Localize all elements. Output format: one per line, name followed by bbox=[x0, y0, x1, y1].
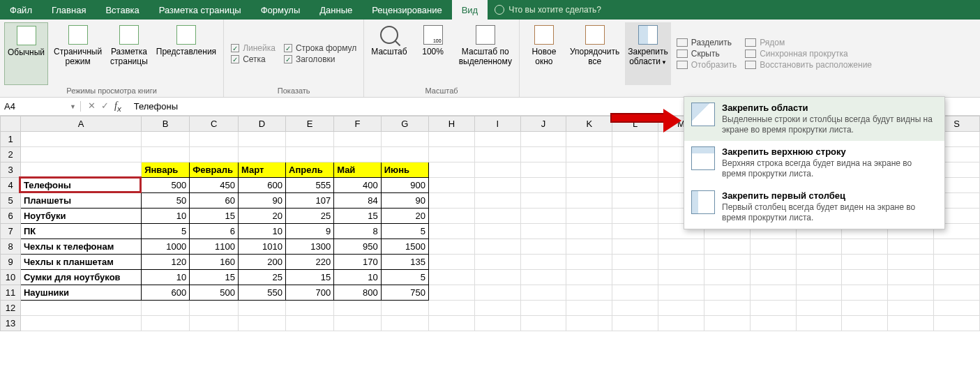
fx-icon[interactable]: fx bbox=[114, 100, 121, 113]
cell[interactable] bbox=[658, 301, 704, 316]
cell[interactable] bbox=[750, 285, 796, 301]
cell[interactable] bbox=[474, 193, 520, 209]
cell[interactable]: Наушники bbox=[20, 285, 141, 301]
column-header[interactable]: E bbox=[286, 116, 334, 132]
cell[interactable] bbox=[934, 270, 980, 285]
cell[interactable] bbox=[566, 285, 612, 301]
cell[interactable] bbox=[381, 301, 428, 316]
cell[interactable] bbox=[842, 239, 888, 255]
cell[interactable] bbox=[658, 255, 704, 270]
view-custom-button[interactable]: Представления bbox=[153, 22, 219, 85]
cell[interactable] bbox=[796, 255, 842, 270]
cell[interactable] bbox=[520, 162, 566, 178]
cell[interactable]: 25 bbox=[239, 270, 286, 285]
tell-me-search[interactable]: Что вы хотите сделать? bbox=[488, 0, 608, 20]
cell[interactable]: 15 bbox=[286, 270, 334, 285]
zoom-100-button[interactable]: 100100% bbox=[413, 22, 453, 85]
cell[interactable] bbox=[658, 239, 704, 255]
cell[interactable] bbox=[566, 270, 612, 285]
cell[interactable] bbox=[750, 270, 796, 285]
cell[interactable]: 500 bbox=[142, 178, 190, 193]
cell[interactable] bbox=[566, 162, 612, 178]
cell[interactable] bbox=[239, 147, 286, 162]
cell[interactable] bbox=[190, 132, 239, 147]
cell[interactable] bbox=[704, 316, 750, 331]
cell[interactable]: 60 bbox=[190, 193, 239, 209]
cell[interactable] bbox=[612, 162, 658, 178]
column-header[interactable]: H bbox=[428, 116, 474, 132]
cell[interactable] bbox=[796, 239, 842, 255]
row-header[interactable]: 5 bbox=[1, 193, 21, 209]
cell[interactable] bbox=[612, 209, 658, 224]
cell[interactable] bbox=[520, 316, 566, 331]
cell[interactable] bbox=[888, 270, 934, 285]
cell[interactable] bbox=[520, 301, 566, 316]
cell[interactable] bbox=[566, 255, 612, 270]
row-header[interactable]: 6 bbox=[1, 209, 21, 224]
cell[interactable]: Март bbox=[239, 162, 286, 178]
cell[interactable]: 750 bbox=[381, 285, 428, 301]
cell[interactable]: 555 bbox=[286, 178, 334, 193]
cell[interactable] bbox=[612, 255, 658, 270]
cell[interactable]: 5 bbox=[142, 224, 190, 239]
cell[interactable]: 15 bbox=[190, 209, 239, 224]
cell[interactable] bbox=[428, 147, 474, 162]
cell[interactable] bbox=[520, 193, 566, 209]
cell[interactable]: 84 bbox=[334, 193, 382, 209]
cell[interactable]: 1010 bbox=[239, 239, 286, 255]
menu-файл[interactable]: Файл bbox=[0, 0, 42, 20]
cell[interactable]: 10 bbox=[334, 270, 382, 285]
cell[interactable] bbox=[474, 255, 520, 270]
cell[interactable] bbox=[20, 162, 141, 178]
cell[interactable] bbox=[888, 301, 934, 316]
cell[interactable] bbox=[381, 147, 428, 162]
cell[interactable] bbox=[428, 270, 474, 285]
name-box[interactable]: A4▼ bbox=[0, 101, 81, 112]
cell[interactable]: 5 bbox=[381, 224, 428, 239]
menu-данные[interactable]: Данные bbox=[310, 0, 362, 20]
cell[interactable] bbox=[520, 224, 566, 239]
column-header[interactable]: F bbox=[334, 116, 382, 132]
cell[interactable] bbox=[520, 239, 566, 255]
cell[interactable]: 1500 bbox=[381, 239, 428, 255]
cell[interactable]: 220 bbox=[286, 255, 334, 270]
cell[interactable] bbox=[428, 193, 474, 209]
cell[interactable] bbox=[888, 316, 934, 331]
cell[interactable] bbox=[520, 270, 566, 285]
menu-формулы[interactable]: Формулы bbox=[251, 0, 310, 20]
cell[interactable]: 160 bbox=[190, 255, 239, 270]
cell[interactable] bbox=[239, 132, 286, 147]
arrange-all-button[interactable]: Упорядочить все bbox=[567, 22, 622, 85]
cell[interactable]: 15 bbox=[190, 270, 239, 285]
view-page-break-button[interactable]: Страничный режим bbox=[51, 22, 105, 85]
cell[interactable] bbox=[428, 285, 474, 301]
cell[interactable]: Сумки для ноутбуков bbox=[20, 270, 141, 285]
cell[interactable] bbox=[20, 316, 141, 331]
cell[interactable] bbox=[796, 316, 842, 331]
cell[interactable] bbox=[934, 239, 980, 255]
cell[interactable] bbox=[750, 301, 796, 316]
cell[interactable] bbox=[566, 193, 612, 209]
row-header[interactable]: 10 bbox=[1, 270, 21, 285]
zoom-button[interactable]: Масштаб bbox=[368, 22, 409, 85]
cell[interactable] bbox=[142, 301, 190, 316]
cell[interactable] bbox=[612, 239, 658, 255]
cell[interactable] bbox=[286, 147, 334, 162]
cell[interactable] bbox=[20, 132, 141, 147]
cell[interactable]: 120 bbox=[142, 255, 190, 270]
row-header[interactable]: 13 bbox=[1, 316, 21, 331]
cell[interactable] bbox=[428, 132, 474, 147]
cell[interactable]: 15 bbox=[334, 209, 382, 224]
cell[interactable]: ПК bbox=[20, 224, 141, 239]
cell[interactable] bbox=[142, 132, 190, 147]
cell[interactable]: 170 bbox=[334, 255, 382, 270]
cell[interactable] bbox=[842, 255, 888, 270]
cell[interactable]: 700 bbox=[286, 285, 334, 301]
show-gridlines-checkbox[interactable]: ✓Сетка bbox=[231, 54, 276, 64]
cell[interactable] bbox=[520, 209, 566, 224]
cell[interactable] bbox=[428, 316, 474, 331]
cell[interactable] bbox=[428, 224, 474, 239]
cell[interactable] bbox=[658, 316, 704, 331]
cell[interactable] bbox=[612, 224, 658, 239]
cell[interactable] bbox=[474, 301, 520, 316]
